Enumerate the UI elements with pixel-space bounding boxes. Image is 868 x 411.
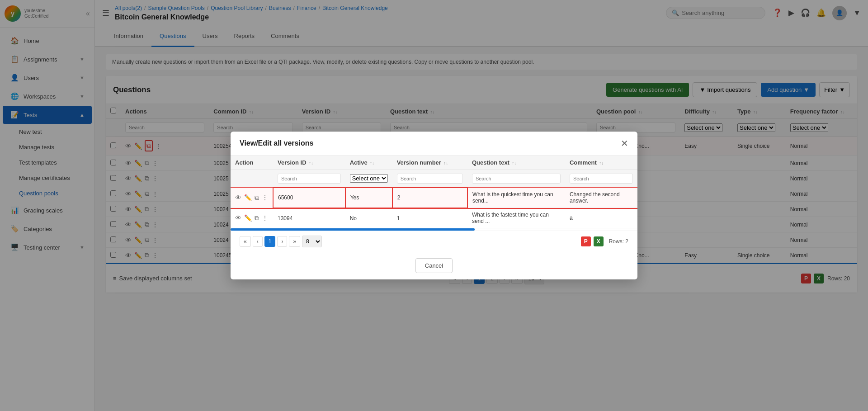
modal-version-number-search[interactable] [397, 174, 463, 184]
modal-col-question-text[interactable]: Question text ↑↓ [467, 156, 565, 170]
modal-col-version-id[interactable]: Version ID ↑↓ [273, 156, 345, 170]
modal-rows-per-page-select[interactable]: 816 [302, 236, 322, 247]
modal-table-row: 👁 ✏️ ⧉ ⋮ 13094 No 1 What is the fastest … [231, 208, 637, 228]
modal-edit-icon[interactable]: ✏️ [244, 194, 252, 201]
modal-table-wrap: Action Version ID ↑↓ Active ↑↓ Version n… [231, 156, 637, 231]
modal-col-action: Action [231, 156, 273, 170]
modal-table: Action Version ID ↑↓ Active ↑↓ Version n… [231, 156, 637, 229]
modal-copy-icon[interactable]: ⧉ [255, 194, 259, 202]
modal-last-page-button[interactable]: » [289, 236, 300, 247]
modal-col-version-number[interactable]: Version number ↑↓ [392, 156, 467, 170]
modal-more-icon[interactable]: ⋮ [262, 214, 268, 222]
modal-cell-version-number: 1 [392, 208, 467, 228]
modal-first-page-button[interactable]: « [240, 236, 251, 247]
modal-cell-active: Yes [345, 188, 392, 208]
modal-rows-label: Rows: 2 [609, 238, 628, 245]
modal-footer: Cancel [231, 252, 637, 279]
modal-view-icon[interactable]: 👁 [235, 194, 241, 201]
modal-view-edit-versions: View/Edit all versions ✕ Action Version … [231, 132, 637, 280]
modal-cell-version-id: 13094 [273, 208, 345, 228]
modal-export-pdf-button[interactable]: P [581, 236, 591, 246]
modal-table-row: 👁 ✏️ ⧉ ⋮ 65600 Yes 2 What is the quickes… [231, 188, 637, 208]
modal-view-icon[interactable]: 👁 [235, 214, 241, 222]
modal-cell-version-number: 2 [392, 188, 467, 208]
modal-edit-icon[interactable]: ✏️ [244, 214, 252, 222]
modal-cell-question-text: What is the fastest time you can send ..… [467, 208, 565, 228]
modal-overlay[interactable]: View/Edit all versions ✕ Action Version … [0, 0, 868, 411]
modal-title: View/Edit all versions [240, 139, 621, 147]
modal-cell-version-id: 65600 [273, 188, 345, 208]
modal-question-text-search[interactable] [472, 174, 561, 184]
modal-comment-search[interactable] [570, 174, 633, 184]
modal-more-icon[interactable]: ⋮ [262, 194, 268, 201]
modal-next-page-button[interactable]: › [277, 236, 287, 247]
modal-header: View/Edit all versions ✕ [231, 132, 637, 156]
modal-pagination: « ‹ 1 › » 816 P X Rows: 2 [231, 231, 637, 252]
modal-cancel-button[interactable]: Cancel [415, 258, 453, 273]
modal-cell-comment: a [565, 208, 637, 228]
modal-cell-question-text: What is the quickest time you can send..… [467, 188, 565, 208]
modal-version-id-search[interactable] [278, 174, 341, 184]
modal-close-button[interactable]: ✕ [621, 139, 628, 148]
modal-active-filter[interactable]: Select one [350, 174, 388, 183]
modal-prev-page-button[interactable]: ‹ [253, 236, 263, 247]
modal-page-1-button[interactable]: 1 [264, 236, 276, 247]
modal-col-active[interactable]: Active ↑↓ [345, 156, 392, 170]
modal-col-comment[interactable]: Comment ↑↓ [565, 156, 637, 170]
modal-export-excel-button[interactable]: X [594, 236, 604, 246]
modal-cell-comment: Changed the second answer. [565, 188, 637, 208]
modal-copy-icon[interactable]: ⧉ [255, 214, 259, 222]
modal-cell-active: No [345, 208, 392, 228]
modal-export-icons: P X [581, 236, 604, 246]
